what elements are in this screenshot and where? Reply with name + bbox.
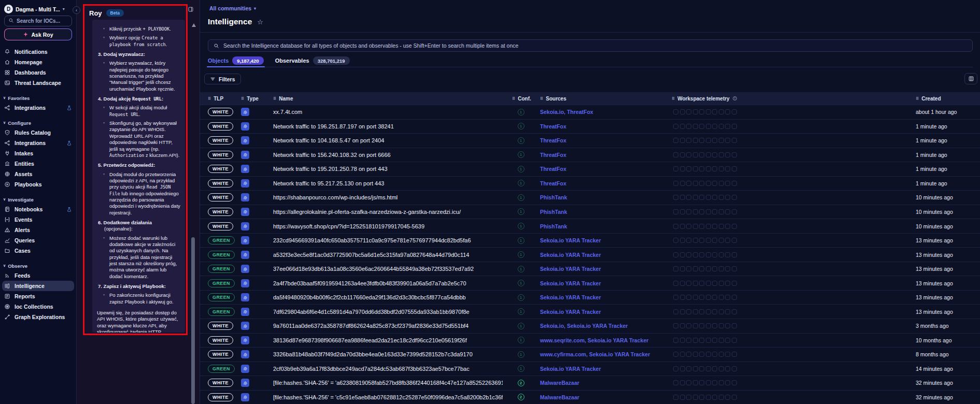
table-row[interactable]: WHITE38136d87e9687398f906687ea9886feead2… [200, 333, 980, 348]
sidebar-item-playbooks[interactable]: Playbooks [0, 179, 76, 190]
sidebar-item-feeds[interactable]: Feeds [0, 270, 76, 281]
object-name[interactable]: 2cf03b9eb39a6a17f83dbbce249acd7a284dc53a… [264, 362, 503, 376]
table-row[interactable]: GREEN2cf03b9eb39a6a17f83dbbce249acd7a284… [200, 362, 980, 376]
column-header-name[interactable]: ⠿Name [264, 96, 503, 102]
sidebar-item-integrations[interactable]: Integrations [0, 103, 76, 113]
sidebar-item-cases[interactable]: Cases [0, 246, 76, 256]
sidebar-section-configure[interactable]: ∨Configure [0, 118, 76, 127]
column-header-conf[interactable]: ⠿Conf. [503, 96, 539, 102]
object-name[interactable]: https://shabanpourco.com/wp-includes/js/… [264, 191, 503, 205]
sources-link[interactable]: Sekoia.io YARA Tracker [539, 362, 656, 376]
table-row[interactable]: GREEN2a4f7bde03baaf5f09195941263a4ee3fdf… [200, 276, 980, 290]
sidebar-section-investigate[interactable]: ∨Investigate [0, 195, 76, 204]
sources-link[interactable]: ThreatFox [539, 120, 656, 134]
sidebar-item-intelligence[interactable]: Intelligence [2, 281, 74, 291]
object-name[interactable]: 232cd945669391a40fc650ab3575711c0a9c975e… [264, 234, 503, 248]
sidebar-item-reports[interactable]: Reports [0, 291, 76, 301]
tab-observables[interactable]: Observables 328,701,219 [275, 54, 350, 67]
sources-link[interactable]: Sekoia.io YARA Tracker [539, 262, 656, 276]
intelligence-search-input[interactable]: Search the Intelligence database for all… [208, 39, 973, 52]
table-row[interactable]: WHITE[file:hashes.'SHA-256' = 'c5c91e5ae… [200, 390, 980, 404]
community-filter[interactable]: All communities ▾ [209, 5, 256, 11]
object-name[interactable]: Network traffic to 95.217.25.130 on port… [264, 177, 503, 191]
sources-link[interactable]: Sekoia.io, ThreatFox [539, 105, 656, 119]
table-row[interactable]: WHITE9a76011aa0de6372a358787df862624a825… [200, 319, 980, 333]
table-row[interactable]: WHITEhttps://shabanpourco.com/wp-include… [200, 190, 980, 205]
sidebar-item-ioc-collections[interactable]: Ioc Collections [0, 301, 76, 312]
sources-link[interactable]: PhishTank [539, 219, 656, 233]
sidebar-item-integrations[interactable]: Integrations [0, 138, 76, 148]
sources-link[interactable]: ThreatFox [539, 148, 656, 162]
table-row[interactable]: GREENda5f49480920b4b00f6c2f2cb117660eda2… [200, 290, 980, 305]
sidebar-collapse-button[interactable]: ‹ [73, 6, 80, 14]
column-header-sources[interactable]: ⠿Sources [539, 96, 656, 102]
table-row[interactable]: WHITEhttps://wavysoft.shop/cpn/?id=12525… [200, 219, 980, 233]
sources-link[interactable]: www.seqrite.com, Sekoia.io YARA Tracker [539, 334, 656, 348]
table-row[interactable]: WHITExx.7.4t.com1Sekoia.io, ThreatFoxabo… [200, 105, 980, 119]
object-name[interactable]: a532f3e3ec5e8f1ac0d37725907bc5a6d1e5c315… [264, 248, 503, 262]
sources-link[interactable]: Sekoia.io YARA Tracker [539, 291, 656, 305]
object-name[interactable]: 7df629804ab6f6e4d1c5891d4a7970dd6dd38bdf… [264, 305, 503, 319]
table-row[interactable]: WHITENetwork traffic to 95.217.25.130 on… [200, 176, 980, 191]
drag-handle-icon[interactable]: ⠿ [241, 96, 244, 101]
sidebar-item-threat-landscape[interactable]: Threat Landscape [0, 78, 76, 88]
sources-link[interactable]: ThreatFox [539, 134, 656, 148]
table-row[interactable]: WHITE3326ba81b48ab03f7f49d2da70d3bbe4ea0… [200, 347, 980, 362]
sidebar-section-observe[interactable]: ∨Observe [0, 261, 76, 270]
sources-link[interactable]: www.cyfirma.com, Sekoia.io YARA Tracker [539, 348, 656, 362]
favorite-star-icon[interactable]: ☆ [257, 18, 263, 26]
sources-link[interactable]: ThreatFox [539, 177, 656, 191]
sidebar-item-notifications[interactable]: Notifications [0, 47, 76, 57]
filters-button[interactable]: Filters [204, 74, 241, 84]
ask-roy-button[interactable]: Ask Roy [4, 28, 72, 40]
table-row[interactable]: WHITENetwork traffic to 156.240.108.32 o… [200, 148, 980, 162]
object-name[interactable]: 37ee066d18e93db613a1a08c3560e6ac2606644b… [264, 262, 503, 276]
column-header-created[interactable]: ⠿Created [905, 96, 980, 102]
sources-link[interactable]: Sekoia.io, Sekoia.io YARA Tracker [539, 319, 656, 333]
sources-link[interactable]: ThreatFox [539, 162, 656, 176]
column-header-workspace-telemetry[interactable]: ⠿Workspace telemetry [656, 96, 905, 102]
drag-handle-icon[interactable]: ⠿ [208, 96, 211, 101]
sidebar-item-assets[interactable]: Assets [0, 169, 76, 179]
drag-handle-icon[interactable]: ⠿ [916, 96, 919, 101]
sources-link[interactable]: PhishTank [539, 205, 656, 219]
sidebar-item-entities[interactable]: Entities [0, 158, 76, 169]
drag-handle-icon[interactable]: ⠿ [512, 96, 515, 101]
sources-link[interactable]: MalwareBazaar [539, 376, 656, 390]
drag-handle-icon[interactable]: ⠿ [540, 96, 543, 101]
table-row[interactable]: WHITENetwork traffic to 196.251.87.197 o… [200, 119, 980, 134]
object-name[interactable]: Network traffic to 195.201.250.78 on por… [264, 162, 503, 176]
column-header-type[interactable]: ⠿Type [235, 96, 264, 102]
sources-link[interactable]: Sekoia.io YARA Tracker [539, 248, 656, 262]
table-row[interactable]: WHITE[file:hashes.'SHA-256' = 'a62380819… [200, 376, 980, 390]
sidebar-item-intakes[interactable]: Intakes [0, 148, 76, 158]
object-name[interactable]: 9a76011aa0de6372a358787df862624a825c873c… [264, 319, 503, 333]
object-name[interactable]: https://allegrolokalnie.pl-oferta-szafka… [264, 205, 503, 219]
tab-objects[interactable]: Objects 9,187,420 [208, 54, 264, 67]
sidebar-item-homepage[interactable]: Homepage [0, 57, 76, 67]
sidebar-item-alerts[interactable]: Alerts [0, 225, 76, 235]
table-row[interactable]: WHITENetwork traffic to 195.201.250.78 o… [200, 162, 980, 176]
sidebar-item-queries[interactable]: Queries [0, 235, 76, 246]
table-row[interactable]: GREEN7df629804ab6f6e4d1c5891d4a7970dd6dd… [200, 304, 980, 319]
search-iocs-input[interactable]: Search for IOCs... [4, 16, 72, 26]
drag-handle-icon[interactable]: ⠿ [273, 96, 276, 101]
object-name[interactable]: https://wavysoft.shop/cpn/?id=1252518101… [264, 219, 503, 233]
sources-link[interactable]: Sekoia.io YARA Tracker [539, 276, 656, 290]
sidebar-item-events[interactable]: Events [0, 214, 76, 225]
scrollbar-up-arrow[interactable] [192, 23, 196, 27]
panel-collapse-icon[interactable] [188, 6, 194, 12]
sidebar-item-notebooks[interactable]: Notebooks [0, 204, 76, 214]
object-name[interactable]: Network traffic to 156.240.108.32 on por… [264, 148, 503, 162]
object-name[interactable]: [file:hashes.'SHA-256' = 'a62380819058fa… [264, 376, 503, 390]
table-row[interactable]: GREEN232cd945669391a40fc650ab3575711c0a9… [200, 233, 980, 248]
object-name[interactable]: Network traffic to 196.251.87.197 on por… [264, 120, 503, 134]
object-name[interactable]: [file:hashes.'SHA-256' = 'c5c91e5aeb8ab0… [264, 391, 503, 404]
table-row[interactable]: WHITEhttps://allegrolokalnie.pl-oferta-s… [200, 205, 980, 219]
table-row[interactable]: WHITENetwork traffic to 104.168.5.47 on … [200, 133, 980, 148]
sidebar-item-dashboards[interactable]: Dashboards [0, 67, 76, 78]
object-name[interactable]: Network traffic to 104.168.5.47 on port … [264, 134, 503, 148]
object-name[interactable]: 3326ba81b48ab03f7f49d2da70d3bbe4ea0e163d… [264, 348, 503, 362]
drag-handle-icon[interactable]: ⠿ [672, 96, 675, 101]
object-name[interactable]: da5f49480920b4b00f6c2f2cb117660eda29f136… [264, 291, 503, 305]
